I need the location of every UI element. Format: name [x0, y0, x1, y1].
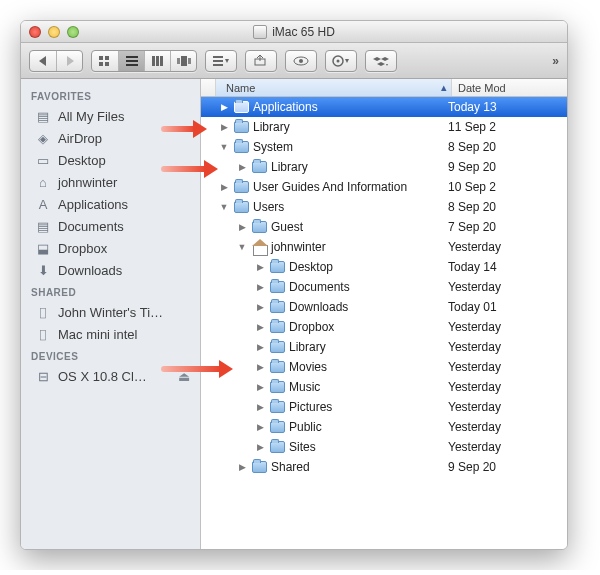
disclosure-triangle-icon[interactable]: ▼	[219, 142, 229, 152]
file-date: 7 Sep 20	[444, 220, 496, 234]
column-date-label: Date Mod	[458, 82, 506, 94]
file-date: Today 14	[444, 260, 497, 274]
file-row[interactable]: ▶DownloadsToday 01	[201, 297, 567, 317]
disclosure-triangle-icon[interactable]: ▶	[219, 182, 229, 192]
dropbox-button[interactable]	[366, 51, 396, 71]
back-button[interactable]	[30, 51, 56, 71]
file-name: Guest	[267, 220, 444, 234]
sidebar-item-airdrop[interactable]: ◈AirDrop	[21, 127, 200, 149]
sidebar-item-label: Applications	[58, 197, 128, 212]
home-icon: ⌂	[35, 174, 51, 190]
zoom-button[interactable]	[67, 26, 79, 38]
column-date[interactable]: Date Mod	[452, 79, 567, 96]
folder-icon	[269, 339, 285, 355]
file-date: Today 01	[444, 300, 497, 314]
share-button[interactable]	[246, 51, 276, 71]
svg-rect-17	[213, 64, 223, 66]
file-row[interactable]: ▼Users8 Sep 20	[201, 197, 567, 217]
file-row[interactable]: ▶ApplicationsToday 13	[201, 97, 567, 117]
folder-icon	[269, 279, 285, 295]
file-date: Yesterday	[444, 280, 501, 294]
file-row[interactable]: ▶MusicYesterday	[201, 377, 567, 397]
eject-icon[interactable]: ⏏	[178, 369, 190, 384]
folder-icon	[233, 199, 249, 215]
file-name: Public	[285, 420, 444, 434]
file-row[interactable]: ▶DropboxYesterday	[201, 317, 567, 337]
file-row[interactable]: ▼johnwinterYesterday	[201, 237, 567, 257]
disclosure-triangle-icon[interactable]: ▶	[255, 422, 265, 432]
file-row[interactable]: ▶MoviesYesterday	[201, 357, 567, 377]
file-row[interactable]: ▶Guest7 Sep 20	[201, 217, 567, 237]
disclosure-triangle-icon[interactable]: ▶	[255, 402, 265, 412]
disclosure-triangle-icon[interactable]: ▶	[255, 442, 265, 452]
svg-marker-1	[67, 56, 74, 66]
minimize-button[interactable]	[48, 26, 60, 38]
file-name: Library	[285, 340, 444, 354]
file-date: Yesterday	[444, 420, 501, 434]
documents-icon: ▤	[35, 218, 51, 234]
svg-rect-2	[99, 56, 103, 60]
file-date: Yesterday	[444, 320, 501, 334]
file-name: Dropbox	[285, 320, 444, 334]
view-column-button[interactable]	[144, 51, 170, 71]
sidebar-item-home[interactable]: ⌂johnwinter	[21, 171, 200, 193]
file-name: Documents	[285, 280, 444, 294]
view-icon-button[interactable]	[92, 51, 118, 71]
sidebar-item-all-my-files[interactable]: ▤All My Files	[21, 105, 200, 127]
file-row[interactable]: ▶User Guides And Information10 Sep 2	[201, 177, 567, 197]
toolbar-overflow[interactable]: »	[552, 54, 559, 68]
file-row[interactable]: ▶DocumentsYesterday	[201, 277, 567, 297]
disclosure-triangle-icon[interactable]: ▼	[237, 242, 247, 252]
view-list-button[interactable]	[118, 51, 144, 71]
arrange-button[interactable]	[206, 51, 236, 71]
sidebar-item-label: Mac mini intel	[58, 327, 137, 342]
file-row[interactable]: ▶Library9 Sep 20	[201, 157, 567, 177]
disclosure-triangle-icon[interactable]: ▼	[219, 202, 229, 212]
action-button-group	[325, 50, 357, 72]
sidebar-item-label: Downloads	[58, 263, 122, 278]
disclosure-triangle-icon[interactable]: ▶	[255, 322, 265, 332]
file-date: Yesterday	[444, 440, 501, 454]
disclosure-triangle-icon[interactable]: ▶	[255, 282, 265, 292]
file-row[interactable]: ▶LibraryYesterday	[201, 337, 567, 357]
sidebar-item-desktop[interactable]: ▭Desktop	[21, 149, 200, 171]
folder-icon	[269, 359, 285, 375]
finder-window: iMac 65 HD	[20, 20, 568, 550]
close-button[interactable]	[29, 26, 41, 38]
file-row[interactable]: ▶Library11 Sep 2	[201, 117, 567, 137]
sidebar-item-dropbox[interactable]: ⬓Dropbox	[21, 237, 200, 259]
file-name: Shared	[267, 460, 444, 474]
disclosure-triangle-icon[interactable]: ▶	[255, 362, 265, 372]
file-row[interactable]: ▶PicturesYesterday	[201, 397, 567, 417]
column-name[interactable]: Name ▴	[216, 79, 452, 96]
action-button[interactable]	[326, 51, 356, 71]
disclosure-triangle-icon[interactable]: ▶	[237, 462, 247, 472]
disclosure-triangle-icon[interactable]: ▶	[219, 102, 229, 112]
forward-button[interactable]	[56, 51, 82, 71]
dropbox-icon: ⬓	[35, 240, 51, 256]
file-name: johnwinter	[267, 240, 444, 254]
disclosure-triangle-icon[interactable]: ▶	[255, 342, 265, 352]
sidebar-item-downloads[interactable]: ⬇Downloads	[21, 259, 200, 281]
quicklook-button[interactable]	[286, 51, 316, 71]
disclosure-triangle-icon[interactable]: ▶	[255, 302, 265, 312]
file-row[interactable]: ▶DesktopToday 14	[201, 257, 567, 277]
file-date: 9 Sep 20	[444, 160, 496, 174]
sidebar-item-computer[interactable]: ⌷John Winter's Ti…	[21, 301, 200, 323]
sidebar-item-applications[interactable]: AApplications	[21, 193, 200, 215]
folder-icon	[233, 179, 249, 195]
share-button-group	[245, 50, 277, 72]
disclosure-triangle-icon[interactable]: ▶	[237, 222, 247, 232]
file-row[interactable]: ▶PublicYesterday	[201, 417, 567, 437]
disclosure-triangle-icon[interactable]: ▶	[237, 162, 247, 172]
disclosure-triangle-icon[interactable]: ▶	[219, 122, 229, 132]
disclosure-triangle-icon[interactable]: ▶	[255, 382, 265, 392]
file-row[interactable]: ▶SitesYesterday	[201, 437, 567, 457]
sidebar-item-computer[interactable]: ⌷Mac mini intel	[21, 323, 200, 345]
view-coverflow-button[interactable]	[170, 51, 196, 71]
file-row[interactable]: ▼System8 Sep 20	[201, 137, 567, 157]
sidebar-item-disk[interactable]: ⊟OS X 10.8 Cl…⏏	[21, 365, 200, 387]
file-row[interactable]: ▶Shared9 Sep 20	[201, 457, 567, 477]
disclosure-triangle-icon[interactable]: ▶	[255, 262, 265, 272]
sidebar-item-documents[interactable]: ▤Documents	[21, 215, 200, 237]
